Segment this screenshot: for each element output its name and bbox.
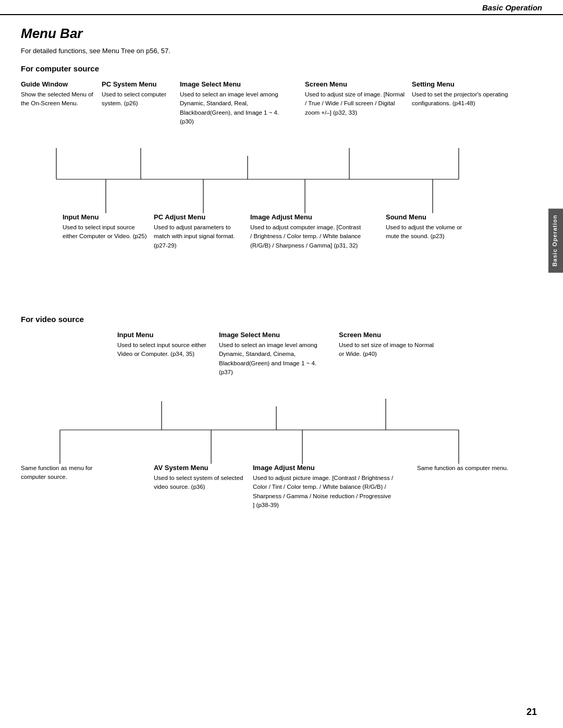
- page-title: Menu Bar: [21, 26, 542, 42]
- screen-menu-cs-desc: Used to adjust size of image. [Normal / …: [305, 90, 407, 117]
- av-system-menu-desc: Used to select system of selected video …: [154, 474, 250, 492]
- guide-window-title: Guide Window: [21, 80, 102, 88]
- pc-adjust-menu-desc: Used to adjust parameters to match with …: [154, 223, 245, 250]
- image-adjust-menu-vs-title: Image Adjust Menu: [253, 464, 394, 472]
- same-right-desc: Same function as computer menu.: [417, 464, 516, 473]
- pc-system-menu-desc: Used to select computer system. (p26): [102, 90, 180, 108]
- setting-menu-item: Setting Menu Used to set the projector's…: [412, 80, 516, 108]
- image-select-menu-vs-title: Image Select Menu: [219, 331, 331, 339]
- pc-system-menu-item: PC System Menu Used to select computer s…: [102, 80, 180, 108]
- input-menu-cs-desc: Used to select input source either Compu…: [63, 223, 149, 241]
- same-right-item: Same function as computer menu.: [417, 464, 516, 473]
- image-adjust-menu-vs-desc: Used to adjust picture image. [Contrast …: [253, 474, 394, 510]
- input-menu-cs-title: Input Menu: [63, 213, 149, 221]
- image-adjust-menu-vs-item: Image Adjust Menu Used to adjust picture…: [253, 464, 394, 510]
- guide-window-desc: Show the selected Menu of the On-Screen …: [21, 90, 102, 108]
- image-adjust-menu-cs-item: Image Adjust Menu Used to adjust compute…: [250, 213, 362, 250]
- computer-source-section: For computer source: [21, 64, 542, 310]
- image-select-menu-vs-desc: Used to select an image level among Dyna…: [219, 341, 331, 377]
- screen-menu-cs-title: Screen Menu: [305, 80, 407, 88]
- input-menu-vs-desc: Used to select input source either Video…: [117, 341, 209, 359]
- image-adjust-menu-cs-desc: Used to adjust computer image. [Contrast…: [250, 223, 362, 250]
- av-system-menu-item: AV System Menu Used to select system of …: [154, 464, 250, 492]
- right-side-tab: Basic Operation: [548, 208, 563, 273]
- sound-menu-desc: Used to adjust the volume or mute the so…: [386, 223, 477, 241]
- input-menu-vs-item: Input Menu Used to select input source e…: [117, 331, 209, 359]
- screen-menu-cs-item: Screen Menu Used to adjust size of image…: [305, 80, 407, 117]
- pc-system-menu-title: PC System Menu: [102, 80, 180, 88]
- setting-menu-desc: Used to set the projector's operating co…: [412, 90, 516, 108]
- image-adjust-menu-cs-title: Image Adjust Menu: [250, 213, 362, 221]
- image-select-menu-vs-item: Image Select Menu Used to select an imag…: [219, 331, 331, 377]
- image-select-menu-cs-title: Image Select Menu: [180, 80, 292, 88]
- pc-adjust-menu-title: PC Adjust Menu: [154, 213, 245, 221]
- video-source-section: For video source: [21, 315, 542, 576]
- sound-menu-item: Sound Menu Used to adjust the volume or …: [386, 213, 477, 241]
- input-menu-vs-title: Input Menu: [117, 331, 209, 339]
- subtitle: For detailed functions, see Menu Tree on…: [21, 47, 542, 55]
- same-left-item: Same function as menu for computer sourc…: [21, 464, 112, 482]
- video-source-title: For video source: [21, 315, 542, 324]
- same-left-desc: Same function as menu for computer sourc…: [21, 464, 112, 482]
- av-system-menu-title: AV System Menu: [154, 464, 250, 472]
- screen-menu-vs-item: Screen Menu Used to set size of image to…: [339, 331, 438, 359]
- pc-adjust-menu-item: PC Adjust Menu Used to adjust parameters…: [154, 213, 245, 250]
- guide-window-item: Guide Window Show the selected Menu of t…: [21, 80, 102, 108]
- computer-source-title: For computer source: [21, 64, 542, 73]
- image-select-menu-cs-item: Image Select Menu Used to select an imag…: [180, 80, 292, 126]
- image-select-menu-cs-desc: Used to select an image level among Dyna…: [180, 90, 292, 126]
- screen-menu-vs-title: Screen Menu: [339, 331, 438, 339]
- sound-menu-title: Sound Menu: [386, 213, 477, 221]
- computer-source-diagram: Guide Window Show the selected Menu of t…: [21, 80, 521, 310]
- video-source-diagram: Input Menu Used to select input source e…: [21, 331, 521, 576]
- page-number: 21: [527, 707, 537, 718]
- header-title: Basic Operation: [482, 3, 542, 12]
- screen-menu-vs-desc: Used to set size of image to Normal or W…: [339, 341, 438, 359]
- input-menu-cs-item: Input Menu Used to select input source e…: [63, 213, 149, 241]
- main-content: Menu Bar For detailed functions, see Men…: [0, 15, 563, 602]
- top-bar: Basic Operation: [0, 0, 563, 15]
- setting-menu-title: Setting Menu: [412, 80, 516, 88]
